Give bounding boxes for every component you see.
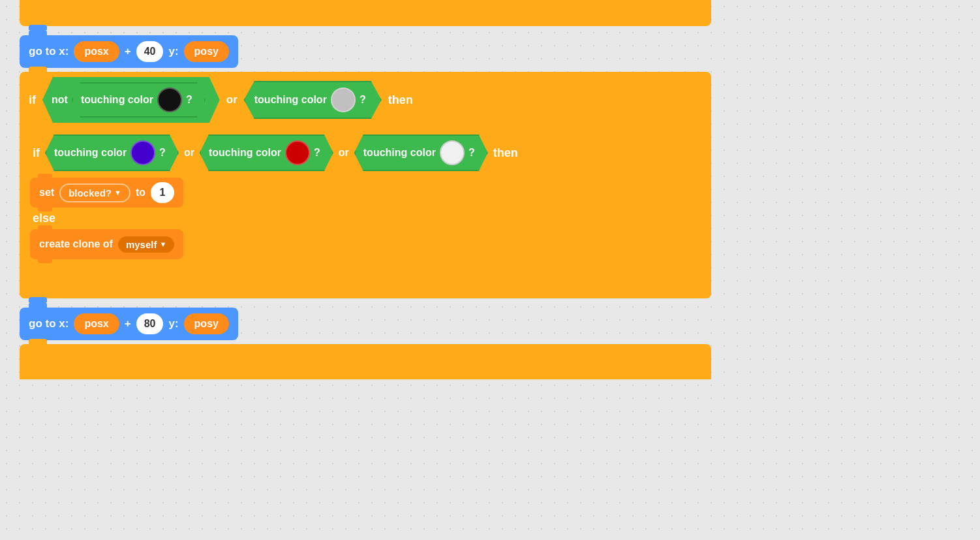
color-red-dot[interactable] (285, 140, 310, 165)
outer-if-label: if (29, 93, 36, 107)
goto-block-1: go to x: posx + 40 y: posy (20, 30, 966, 68)
scratch-code-area: go to x: posx + 40 y: posy if not (20, 0, 966, 379)
create-clone-block: create clone of myself ▼ (30, 229, 183, 259)
nested-if-header: if touching color ? or touching color ? (25, 129, 690, 176)
not-label: not (52, 94, 68, 106)
y-label-1: y: (168, 45, 178, 58)
num-40[interactable]: 40 (136, 41, 164, 62)
or-1-label: or (226, 93, 237, 106)
color-blue-dot[interactable] (130, 140, 155, 165)
dropdown-arrow-2: ▼ (159, 240, 166, 248)
else-label: else (33, 212, 55, 225)
else-row: else (25, 209, 690, 228)
value-1[interactable]: 1 (151, 182, 174, 203)
touching-white-cond[interactable]: touching color ? (354, 135, 488, 171)
blocked-var-dropdown[interactable]: blocked? ▼ (59, 183, 130, 202)
q1: ? (186, 94, 192, 106)
or-2-label: or (184, 147, 194, 159)
num-80[interactable]: 80 (136, 313, 164, 334)
color-white-dot[interactable] (440, 140, 465, 165)
plus-label-1: + (125, 45, 131, 58)
plus-label-2: + (125, 317, 131, 330)
touching-color-1-label: touching color (81, 94, 153, 106)
not-condition[interactable]: not touching color ? (42, 77, 220, 123)
touching-color-gray-cond[interactable]: touching color ? (244, 81, 382, 119)
y-label-2: y: (168, 317, 178, 330)
touching-blue-cond[interactable]: touching color ? (45, 135, 179, 171)
set-blocked-block: set blocked? ▼ to 1 (30, 178, 183, 208)
set-label: set (39, 187, 54, 199)
touching-color-5-label: touching color (363, 147, 436, 159)
touching-red-cond[interactable]: touching color ? (200, 135, 333, 171)
q5: ? (468, 147, 475, 159)
posx-var-2[interactable]: posx (74, 313, 119, 334)
goto-label-2: go to x: (29, 317, 69, 330)
touching-color-2-label: touching color (254, 94, 327, 106)
outer-if-header: if not touching color ? or touching colo… (20, 72, 711, 128)
dropdown-arrow-1: ▼ (114, 189, 121, 197)
goto-block-2: go to x: posx + 80 y: posy (20, 302, 966, 340)
myself-dropdown[interactable]: myself ▼ (118, 236, 174, 253)
or-3-label: or (339, 147, 349, 159)
create-clone-label: create clone of (39, 238, 113, 250)
outer-if-block: if not touching color ? or touching colo… (20, 72, 711, 298)
color-gray-dot[interactable] (331, 87, 356, 112)
touching-color-4-label: touching color (209, 147, 281, 159)
else-body: create clone of myself ▼ (30, 228, 685, 261)
posy-var-1[interactable]: posy (184, 41, 229, 62)
q3: ? (159, 147, 166, 159)
q2: ? (360, 94, 366, 106)
outer-if-body: if touching color ? or touching color ? (25, 129, 706, 279)
posy-var-2[interactable]: posy (184, 313, 229, 334)
nested-if-label: if (33, 146, 40, 160)
outer-if-footer (20, 280, 711, 298)
color-black-dot[interactable] (157, 87, 182, 112)
then-2-label: then (493, 146, 518, 160)
touching-color-black-cond[interactable]: touching color ? (72, 82, 206, 118)
bottom-partial-block (20, 344, 711, 379)
to-label: to (136, 187, 145, 199)
then-1-label: then (388, 93, 413, 107)
nested-if-footer (25, 261, 690, 279)
goto-label: go to x: (29, 45, 69, 58)
nested-if-block: if touching color ? or touching color ? (25, 129, 690, 279)
posx-var-1[interactable]: posx (74, 41, 119, 62)
touching-color-3-label: touching color (54, 147, 127, 159)
q4: ? (314, 147, 320, 159)
top-partial-block (20, 0, 711, 26)
nested-if-body: set blocked? ▼ to 1 (30, 176, 685, 209)
